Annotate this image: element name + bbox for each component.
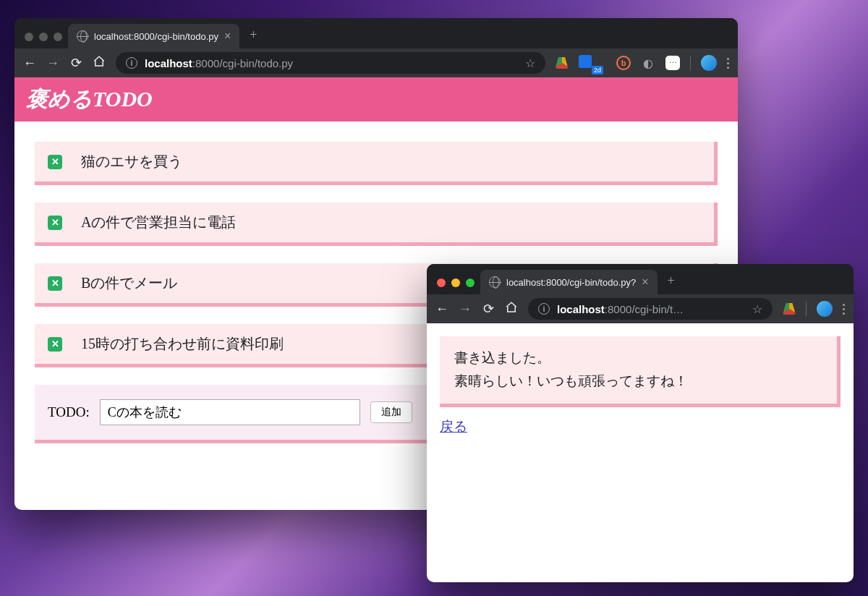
page-viewport: 書き込ました。 素晴らしい！いつも頑張ってますね！ 戻る [427, 323, 854, 582]
drive-icon[interactable] [556, 57, 569, 69]
extension-badge: 2d [592, 66, 603, 74]
tab-title: localhost:8000/cgi-bin/todo.py? [506, 277, 636, 288]
address-bar[interactable]: i localhost:8000/cgi-bin/todo.py ☆ [116, 52, 545, 74]
reload-button[interactable] [482, 301, 495, 317]
bookmark-star-icon[interactable]: ☆ [525, 56, 535, 70]
browser-menu-button[interactable] [843, 304, 845, 315]
browser-tab[interactable]: localhost:8000/cgi-bin/todo.py × [68, 24, 239, 48]
tab-bar: localhost:8000/cgi-bin/todo.py × + [14, 18, 738, 48]
close-tab-icon[interactable]: × [642, 276, 648, 288]
browser-menu-button[interactable] [727, 58, 729, 69]
extensions-area: 2d b ◐ ⋯ [556, 55, 729, 71]
back-link[interactable]: 戻る [440, 417, 467, 436]
delete-icon[interactable]: ✕ [48, 276, 62, 291]
form-label: TODO: [48, 404, 90, 420]
browser-window-secondary: localhost:8000/cgi-bin/todo.py? × + i lo… [427, 264, 854, 582]
window-controls [434, 278, 480, 294]
globe-icon [489, 276, 501, 288]
delete-icon[interactable]: ✕ [48, 155, 62, 169]
separator [690, 56, 691, 70]
site-info-icon[interactable]: i [538, 303, 550, 315]
address-bar[interactable]: i localhost:8000/cgi-bin/t… ☆ [528, 298, 773, 320]
profile-avatar[interactable] [817, 301, 833, 317]
home-button[interactable] [93, 55, 106, 71]
minimize-window-button[interactable] [451, 278, 460, 287]
close-tab-icon[interactable]: × [224, 30, 231, 42]
chat-icon[interactable]: ⋯ [665, 56, 680, 70]
browser-toolbar: i localhost:8000/cgi-bin/todo.py ☆ 2d b … [14, 48, 738, 77]
url-text: localhost:8000/cgi-bin/todo.py [145, 57, 293, 69]
message-line: 書き込ました。 [454, 346, 822, 370]
delete-icon[interactable]: ✕ [48, 337, 62, 352]
back-button[interactable] [435, 302, 448, 317]
bulb-icon[interactable]: ◐ [641, 56, 655, 70]
todo-text: 猫のエサを買う [81, 152, 182, 171]
site-info-icon[interactable]: i [126, 57, 137, 69]
maximize-window-button[interactable] [466, 278, 475, 287]
forward-button[interactable] [46, 56, 59, 71]
separator [806, 302, 807, 316]
profile-avatar[interactable] [701, 55, 717, 71]
tab-bar: localhost:8000/cgi-bin/todo.py? × + [427, 264, 854, 294]
minimize-window-button[interactable] [39, 33, 48, 41]
new-tab-button[interactable]: + [239, 27, 267, 48]
app-title: 褒めるTODO [14, 77, 738, 122]
todo-item: ✕ 猫のエサを買う [35, 142, 718, 185]
delete-icon[interactable]: ✕ [48, 216, 62, 230]
todo-item: ✕ Aの件で営業担当に電話 [35, 203, 718, 246]
extension-icon-b[interactable]: b [616, 56, 631, 70]
todo-input[interactable] [100, 399, 360, 425]
todo-text: 15時の打ち合わせ前に資料印刷 [81, 334, 284, 354]
window-controls [22, 33, 68, 48]
close-window-button[interactable] [25, 33, 33, 41]
back-button[interactable] [23, 56, 36, 71]
maximize-window-button[interactable] [54, 33, 62, 41]
reload-button[interactable] [69, 55, 82, 71]
home-button[interactable] [505, 301, 518, 317]
new-tab-button[interactable]: + [658, 273, 685, 294]
extensions-area [783, 301, 845, 317]
url-text: localhost:8000/cgi-bin/t… [557, 303, 684, 315]
drive-icon[interactable] [783, 303, 796, 315]
tab-title: localhost:8000/cgi-bin/todo.py [94, 31, 218, 42]
extension-icon[interactable]: 2d [579, 55, 606, 71]
browser-toolbar: i localhost:8000/cgi-bin/t… ☆ [427, 294, 854, 323]
add-button[interactable]: 追加 [370, 401, 412, 423]
confirmation-message: 書き込ました。 素晴らしい！いつも頑張ってますね！ [440, 336, 841, 407]
todo-text: Aの件で営業担当に電話 [81, 213, 236, 232]
globe-icon [77, 30, 88, 42]
close-window-button[interactable] [437, 278, 446, 287]
message-line: 素晴らしい！いつも頑張ってますね！ [454, 370, 822, 393]
browser-tab[interactable]: localhost:8000/cgi-bin/todo.py? × [480, 270, 658, 294]
bookmark-star-icon[interactable]: ☆ [752, 302, 762, 316]
forward-button[interactable] [459, 302, 472, 317]
todo-text: Bの件でメール [81, 273, 177, 293]
